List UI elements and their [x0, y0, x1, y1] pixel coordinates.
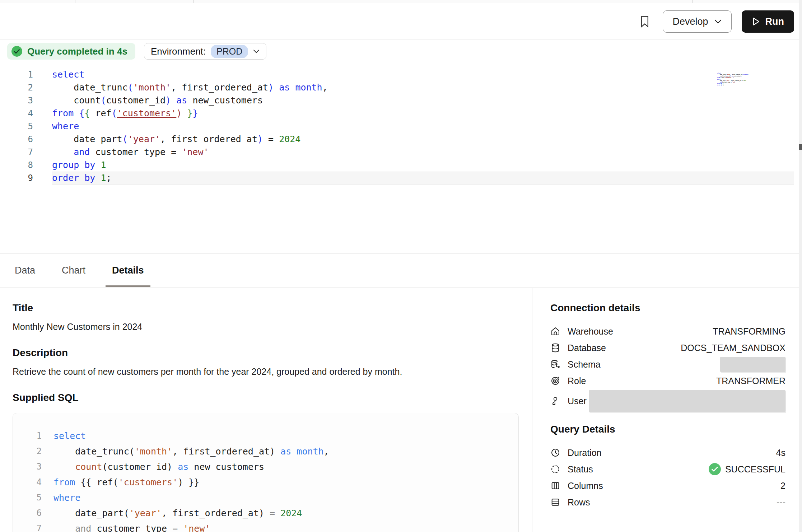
- tab-details[interactable]: Details: [110, 254, 146, 287]
- code-text: date_part('year', first_ordered_at) = 20…: [52, 133, 300, 146]
- code-line: 9order by 1;: [0, 172, 798, 185]
- detail-row-rows: Rows---: [550, 494, 785, 510]
- query-status-pill: Query completed in 4s: [7, 43, 135, 60]
- scrollbar-thumb[interactable]: [799, 144, 802, 150]
- supplied-sql-header: Supplied SQL: [13, 392, 519, 403]
- detail-value: 4s: [776, 448, 785, 458]
- detail-label: User: [568, 396, 587, 406]
- code-line: 6 date_part('year', first_ordered_at) = …: [24, 505, 518, 521]
- code-text: where: [53, 490, 80, 505]
- user-icon: [550, 396, 561, 406]
- code-line: 5where: [24, 490, 518, 505]
- connection-details-header: Connection details: [550, 302, 785, 314]
- role-icon: [550, 375, 561, 386]
- code-line: 4from {{ ref('customers') }}: [24, 475, 518, 490]
- code-line: 1select: [0, 68, 798, 81]
- detail-value: DOCS_TEAM_SANDBOX: [681, 343, 785, 353]
- detail-value: [720, 357, 785, 372]
- scrollbar-track[interactable]: [799, 0, 802, 532]
- environment-select[interactable]: Environment: PROD: [144, 43, 266, 60]
- database-icon: [550, 342, 561, 353]
- warehouse-icon: [550, 326, 561, 337]
- chevron-down-icon: [253, 49, 260, 53]
- detail-label: Role: [568, 376, 586, 386]
- app-window: Develop Run: [0, 0, 802, 532]
- check-circle-icon: [11, 46, 22, 57]
- line-number: 4: [0, 107, 33, 120]
- tab-strip-divider: [473, 0, 473, 3]
- code-line: 4from {{ ref('customers') }}: [0, 107, 798, 120]
- detail-row-warehouse: WarehouseTRANSFORMING: [550, 323, 785, 340]
- detail-label: Duration: [568, 448, 602, 458]
- run-label: Run: [765, 16, 784, 27]
- detail-row-status: StatusSUCCESSFUL: [550, 461, 785, 477]
- detail-label: Schema: [568, 359, 601, 370]
- environment-label: Environment:: [151, 46, 206, 57]
- develop-label: Develop: [672, 16, 708, 27]
- line-number: 2: [24, 444, 42, 459]
- status-icon: [550, 464, 561, 475]
- details-panel: Title Monthly New Customers in 2024 Desc…: [0, 288, 532, 532]
- detail-value: 2: [780, 481, 785, 491]
- schema-icon: [550, 359, 561, 370]
- code-line: 1select: [24, 428, 518, 444]
- line-number: 6: [0, 133, 33, 146]
- detail-value: SUCCESSFUL: [709, 463, 785, 475]
- tab-strip-divider: [692, 0, 693, 3]
- code-text: date_trunc('month', first_ordered_at) as…: [53, 444, 329, 459]
- play-icon: [752, 17, 760, 26]
- line-number: 3: [24, 459, 42, 475]
- code-text: and customer_type = 'new': [53, 521, 210, 532]
- detail-row-database: DatabaseDOCS_TEAM_SANDBOX: [550, 340, 785, 356]
- indent-guide: [54, 136, 54, 157]
- toolbar: Develop Run: [0, 4, 802, 40]
- query-status-row: Query completed in 4s Environment: PROD: [7, 43, 266, 60]
- sql-editor[interactable]: 1select2 date_trunc('month', first_order…: [0, 68, 798, 253]
- detail-label: Database: [568, 343, 606, 353]
- line-number: 3: [0, 94, 33, 107]
- code-text: date_part('year', first_ordered_at) = 20…: [53, 505, 302, 521]
- title-header: Title: [13, 302, 519, 314]
- code-text: order by 1;: [52, 172, 112, 185]
- code-line: 5where: [0, 120, 798, 133]
- detail-label: Status: [568, 464, 593, 475]
- bookmark-icon: [639, 15, 650, 28]
- success-check-icon: [709, 463, 721, 475]
- code-text: from {{ ref('customers') }}: [53, 475, 199, 490]
- code-line: 3 count(customer_id) as new_customers: [0, 94, 798, 107]
- code-text: group by 1: [52, 159, 106, 172]
- code-text: from {{ ref('customers') }}: [52, 107, 198, 120]
- description-value: Retrieve the count of new customers per …: [13, 367, 519, 377]
- redacted-value-box: [589, 390, 785, 412]
- line-number: 6: [24, 505, 42, 521]
- duration-icon: [550, 447, 561, 458]
- code-line: 2 date_trunc('month', first_ordered_at) …: [0, 81, 798, 94]
- query-details-header: Query Details: [550, 424, 785, 435]
- editor-minimap[interactable]: select date_trunc('month', first_ordered…: [717, 73, 760, 98]
- line-number: 1: [0, 68, 33, 81]
- line-number: 5: [0, 120, 33, 133]
- tab-data[interactable]: Data: [13, 254, 37, 287]
- code-text: and customer_type = 'new': [52, 146, 209, 159]
- line-number: 8: [0, 159, 33, 172]
- line-number: 5: [24, 490, 42, 505]
- code-text: count(customer_id) as new_customers: [53, 459, 264, 475]
- top-tab-strip: [0, 0, 802, 3]
- detail-value: TRANSFORMING: [713, 326, 785, 337]
- detail-value: [589, 390, 785, 412]
- tab-chart[interactable]: Chart: [60, 254, 88, 287]
- chevron-down-icon: [714, 19, 722, 24]
- tab-strip-divider: [365, 0, 365, 3]
- detail-row-columns: Columns2: [550, 477, 785, 494]
- code-text: date_trunc('month', first_ordered_at) as…: [52, 81, 328, 94]
- tab-strip-divider: [193, 0, 194, 3]
- bookmark-button[interactable]: [637, 14, 653, 29]
- line-number: 4: [24, 475, 42, 490]
- code-line: 3 count(customer_id) as new_customers: [24, 459, 518, 475]
- develop-dropdown-button[interactable]: Develop: [663, 10, 731, 33]
- code-line: 7 and customer_type = 'new': [0, 146, 798, 159]
- run-button[interactable]: Run: [742, 10, 794, 33]
- line-number: 2: [0, 81, 33, 94]
- code-text: count(customer_id) as new_customers: [52, 94, 263, 107]
- code-line: 6 date_part('year', first_ordered_at) = …: [0, 133, 798, 146]
